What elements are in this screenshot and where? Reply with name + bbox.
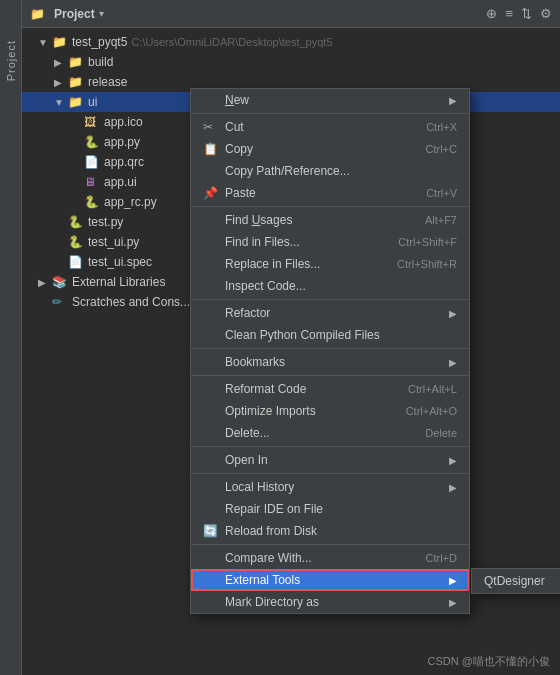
appqrc-icon: 📄 — [84, 155, 100, 169]
externaltools-label: External Tools — [225, 573, 445, 587]
markdir-arrow: ▶ — [449, 597, 457, 608]
release-label: release — [88, 75, 127, 89]
menu-item-copy[interactable]: 📋 Copy Ctrl+C — [191, 138, 469, 160]
bookmarks-arrow: ▶ — [449, 357, 457, 368]
separator-2 — [191, 206, 469, 207]
extlib-label: External Libraries — [72, 275, 165, 289]
delete-shortcut: Delete — [425, 427, 457, 439]
separator-3 — [191, 299, 469, 300]
main-area: 📁 Project ▾ ⊕ ≡ ⇅ ⚙ ▼ 📁 test_pyqt5 C:\Us… — [22, 0, 560, 675]
refactor-label: Refactor — [225, 306, 445, 320]
delete-label: Delete... — [225, 426, 405, 440]
menu-item-repair-ide[interactable]: Repair IDE on File — [191, 498, 469, 520]
menu-item-delete[interactable]: Delete... Delete — [191, 422, 469, 444]
menu-item-new[interactable]: New ▶ — [191, 89, 469, 111]
findusages-label: Find Usages — [225, 213, 405, 227]
separator-5 — [191, 375, 469, 376]
context-menu: New ▶ ✂ Cut Ctrl+X 📋 Copy Ctrl+C Copy Pa… — [190, 88, 470, 614]
sort-icon[interactable]: ⇅ — [521, 6, 532, 21]
inspectcode-label: Inspect Code... — [225, 279, 457, 293]
extlib-icon: 📚 — [52, 275, 68, 289]
menu-item-find-files[interactable]: Find in Files... Ctrl+Shift+F — [191, 231, 469, 253]
build-label: build — [88, 55, 113, 69]
menu-item-refactor[interactable]: Refactor ▶ — [191, 302, 469, 324]
separator-8 — [191, 544, 469, 545]
new-arrow: ▶ — [449, 95, 457, 106]
appui-icon: 🖥 — [84, 175, 100, 189]
refactor-arrow: ▶ — [449, 308, 457, 319]
separator-6 — [191, 446, 469, 447]
menu-item-open-in[interactable]: Open In ▶ — [191, 449, 469, 471]
apppy-label: app.py — [104, 135, 140, 149]
build-arrow: ▶ — [54, 57, 68, 68]
settings-icon[interactable]: ⚙ — [540, 6, 552, 21]
menu-item-find-usages[interactable]: Find Usages Alt+F7 — [191, 209, 469, 231]
menu-item-copy-path[interactable]: Copy Path/Reference... — [191, 160, 469, 182]
root-path: C:\Users\OmniLiDAR\Desktop\test_pyqt5 — [131, 36, 332, 48]
menu-item-compare-with[interactable]: Compare With... Ctrl+D — [191, 547, 469, 569]
vertical-tab-label: Project — [5, 40, 17, 81]
apprcpy-icon: 🐍 — [84, 195, 100, 209]
apppy-icon: 🐍 — [84, 135, 100, 149]
submenu-item-qtdesigner[interactable]: QtDesigner — [472, 569, 560, 593]
list-item[interactable]: ▶ 📁 build — [22, 52, 560, 72]
testuipy-icon: 🐍 — [68, 235, 84, 249]
externaltools-arrow: ▶ — [449, 575, 457, 586]
reloaddisk-icon: 🔄 — [203, 524, 221, 538]
toolbar: 📁 Project ▾ ⊕ ≡ ⇅ ⚙ — [22, 0, 560, 28]
copy-label: Copy — [225, 142, 406, 156]
copy-shortcut: Ctrl+C — [426, 143, 457, 155]
menu-item-external-tools[interactable]: External Tools ▶ QtDesigner — [191, 569, 469, 591]
reformat-shortcut: Ctrl+Alt+L — [408, 383, 457, 395]
menu-item-optimize-imports[interactable]: Optimize Imports Ctrl+Alt+O — [191, 400, 469, 422]
qtdesigner-label: QtDesigner — [484, 574, 545, 588]
release-arrow: ▶ — [54, 77, 68, 88]
list-icon[interactable]: ≡ — [505, 6, 513, 21]
menu-item-replace-files[interactable]: Replace in Files... Ctrl+Shift+R — [191, 253, 469, 275]
separator-7 — [191, 473, 469, 474]
root-arrow: ▼ — [38, 37, 52, 48]
ui-label: ui — [88, 95, 97, 109]
appico-label: app.ico — [104, 115, 143, 129]
cut-icon: ✂ — [203, 120, 221, 134]
menu-item-paste[interactable]: 📌 Paste Ctrl+V — [191, 182, 469, 204]
ui-folder-icon: 📁 — [68, 95, 84, 109]
ide-container: Project 📁 Project ▾ ⊕ ≡ ⇅ ⚙ ▼ 📁 — [0, 0, 560, 675]
testuispec-icon: 📄 — [68, 255, 84, 269]
menu-item-reload-disk[interactable]: 🔄 Reload from Disk — [191, 520, 469, 542]
paste-label: Paste — [225, 186, 406, 200]
cleanpython-label: Clean Python Compiled Files — [225, 328, 457, 342]
markdir-label: Mark Directory as — [225, 595, 445, 609]
menu-item-bookmarks[interactable]: Bookmarks ▶ — [191, 351, 469, 373]
testuispec-label: test_ui.spec — [88, 255, 152, 269]
separator-1 — [191, 113, 469, 114]
menu-item-cut[interactable]: ✂ Cut Ctrl+X — [191, 116, 469, 138]
project-folder-icon: 📁 — [30, 7, 46, 21]
ui-arrow: ▼ — [54, 97, 68, 108]
optimizeimports-label: Optimize Imports — [225, 404, 386, 418]
scratch-icon: ✏ — [52, 295, 68, 309]
repairide-label: Repair IDE on File — [225, 502, 457, 516]
optimizeimports-shortcut: Ctrl+Alt+O — [406, 405, 457, 417]
appui-label: app.ui — [104, 175, 137, 189]
testuipy-label: test_ui.py — [88, 235, 139, 249]
menu-item-reformat[interactable]: Reformat Code Ctrl+Alt+L — [191, 378, 469, 400]
separator-4 — [191, 348, 469, 349]
add-icon[interactable]: ⊕ — [486, 6, 497, 21]
localhistory-arrow: ▶ — [449, 482, 457, 493]
testpy-icon: 🐍 — [68, 215, 84, 229]
reformat-label: Reformat Code — [225, 382, 388, 396]
comparewith-shortcut: Ctrl+D — [426, 552, 457, 564]
project-dropdown-arrow[interactable]: ▾ — [99, 8, 104, 19]
replacefiles-label: Replace in Files... — [225, 257, 377, 271]
replacefiles-shortcut: Ctrl+Shift+R — [397, 258, 457, 270]
tree-root[interactable]: ▼ 📁 test_pyqt5 C:\Users\OmniLiDAR\Deskto… — [22, 32, 560, 52]
menu-item-clean-python[interactable]: Clean Python Compiled Files — [191, 324, 469, 346]
menu-item-mark-directory[interactable]: Mark Directory as ▶ — [191, 591, 469, 613]
reloaddisk-label: Reload from Disk — [225, 524, 457, 538]
menu-item-inspect-code[interactable]: Inspect Code... — [191, 275, 469, 297]
localhistory-label: Local History — [225, 480, 445, 494]
vertical-tab[interactable]: Project — [0, 0, 22, 675]
menu-item-local-history[interactable]: Local History ▶ — [191, 476, 469, 498]
copypath-label: Copy Path/Reference... — [225, 164, 457, 178]
